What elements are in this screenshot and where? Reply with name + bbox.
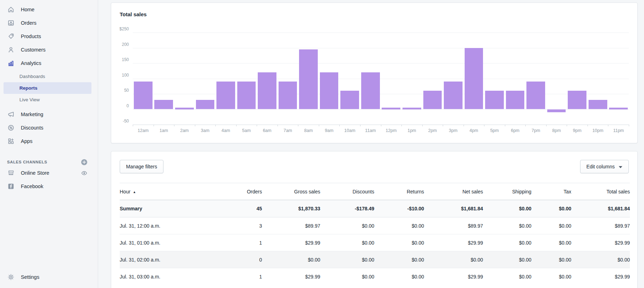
bar-12pm[interactable]: [382, 108, 400, 109]
bar-3pm[interactable]: [444, 82, 463, 109]
column-header-label: Discounts: [353, 189, 374, 194]
column-header-orders[interactable]: Orders: [233, 183, 262, 200]
axis-tick: [215, 125, 216, 126]
column-header-net-sales[interactable]: Net sales: [424, 183, 483, 200]
bar-10pm[interactable]: [589, 100, 607, 109]
x-tick-label: 4am: [215, 128, 236, 134]
column-header-shipping[interactable]: Shipping: [483, 183, 531, 200]
sidebar-item-reports[interactable]: Reports: [4, 82, 91, 94]
bar-7pm[interactable]: [526, 82, 545, 109]
chart-x-labels: 12am1am2am3am4am5am6am7am8am9am10am11am1…: [133, 128, 629, 134]
table-cell: Summary: [120, 200, 233, 217]
sidebar-item-facebook[interactable]: Facebook: [0, 180, 98, 193]
summary-row: Summary45$1,870.33-$178.49-$10.00$1,681.…: [120, 200, 630, 217]
y-tick-label: $250: [115, 26, 129, 31]
x-tick-label: 3am: [195, 128, 216, 134]
sidebar-item-online-store[interactable]: Online Store: [0, 166, 98, 180]
sidebar-item-products[interactable]: Products: [0, 30, 98, 43]
apps-icon: [7, 137, 15, 145]
table-cell: Jul. 31, 01:00 a.m.: [120, 234, 233, 251]
bar-3am[interactable]: [196, 100, 215, 109]
bar-7am[interactable]: [279, 82, 297, 109]
gridline-200: [133, 48, 629, 48]
bar-12am[interactable]: [134, 82, 153, 109]
sidebar-item-marketing[interactable]: Marketing: [0, 108, 98, 121]
column-header-total-sales[interactable]: Total sales: [571, 183, 630, 200]
bar-4am[interactable]: [216, 82, 235, 109]
bar-6pm[interactable]: [506, 91, 525, 109]
bar-5am[interactable]: [237, 82, 256, 109]
bar-1am[interactable]: [154, 100, 173, 109]
gridline-250: [133, 32, 629, 33]
table-cell: $29.99: [571, 234, 630, 251]
x-tick-label: 1pm: [401, 128, 422, 134]
sidebar-item-customers[interactable]: Customers: [0, 43, 98, 56]
view-online-store-button[interactable]: [81, 170, 88, 176]
sidebar-item-live-view[interactable]: Live View: [4, 94, 91, 106]
bar-9am[interactable]: [320, 72, 339, 109]
sort-ascending-icon: ▲: [133, 190, 136, 194]
bar-8am[interactable]: [299, 49, 318, 109]
x-tick-label: 11am: [360, 128, 381, 134]
sidebar-item-apps[interactable]: Apps: [0, 134, 98, 148]
table-cell: $0.00: [320, 234, 374, 251]
column-header-gross-sales[interactable]: Gross sales: [262, 183, 320, 200]
column-header-label: Orders: [247, 189, 262, 194]
bar-11pm[interactable]: [609, 108, 628, 109]
table-cell: $0.00: [262, 251, 320, 268]
manage-filters-button[interactable]: Manage filters: [120, 160, 163, 173]
bar-5pm[interactable]: [485, 91, 504, 109]
table-cell: $0.00: [320, 268, 374, 285]
bar-2pm[interactable]: [423, 91, 442, 109]
sidebar-item-home[interactable]: Home: [0, 3, 98, 16]
sidebar-item-dashboards[interactable]: Dashboards: [4, 71, 91, 82]
axis-tick: [339, 125, 340, 126]
column-header-discounts[interactable]: Discounts: [320, 183, 374, 200]
table-row: Jul. 31, 01:00 a.m.1$29.99$0.00$0.00$29.…: [120, 234, 630, 251]
edit-columns-button[interactable]: Edit columns: [580, 160, 629, 173]
bar-2am[interactable]: [175, 108, 194, 109]
column-header-label: Shipping: [512, 189, 532, 194]
sidebar-item-orders[interactable]: Orders: [0, 16, 98, 30]
analytics-icon: [7, 59, 15, 67]
axis-tick: [464, 125, 464, 126]
bar-9pm[interactable]: [568, 91, 586, 109]
bar-1pm[interactable]: [402, 108, 421, 109]
column-header-tax[interactable]: Tax: [531, 183, 571, 200]
table-cell: $0.00: [531, 200, 571, 217]
x-tick-label: 3pm: [443, 128, 464, 134]
x-tick-label: 12pm: [381, 128, 402, 134]
discounts-icon: [7, 124, 15, 132]
table-cell: Jul. 31, 03:00 a.m.: [120, 268, 233, 285]
subnav-item-label: Live View: [19, 97, 40, 102]
bar-4pm[interactable]: [465, 48, 483, 109]
table-cell: $0.00: [531, 217, 571, 234]
table-cell: $0.00: [571, 251, 630, 268]
y-tick-label: 50: [115, 88, 129, 93]
x-tick-label: 9pm: [567, 128, 588, 134]
settings-label: Settings: [21, 274, 39, 280]
table-cell: $29.99: [424, 234, 483, 251]
gridline-100: [133, 79, 629, 79]
sidebar-item-discounts[interactable]: Discounts: [0, 121, 98, 134]
bar-6am[interactable]: [258, 72, 276, 109]
gridline-150: [133, 63, 629, 64]
axis-tick: [154, 125, 154, 126]
sales-channels-label: SALES CHANNELS: [7, 160, 47, 164]
table-header-row: Hour▲ Orders Gross sales Discounts Retur…: [120, 183, 630, 200]
column-header-hour[interactable]: Hour▲: [120, 183, 233, 200]
sidebar-item-settings[interactable]: Settings: [0, 270, 98, 284]
sidebar-item-analytics[interactable]: Analytics: [0, 56, 98, 70]
bar-10am[interactable]: [340, 91, 359, 109]
bar-8pm[interactable]: [547, 109, 566, 113]
axis-tick: [401, 125, 402, 126]
sidebar-item-label: Apps: [21, 138, 32, 144]
add-sales-channel-button[interactable]: [81, 159, 88, 166]
edit-columns-label: Edit columns: [586, 164, 615, 169]
table-cell: Jul. 31, 02:00 a.m.: [120, 251, 233, 268]
bar-11am[interactable]: [361, 72, 380, 109]
x-tick-label: 6am: [257, 128, 278, 134]
customers-icon: [7, 46, 15, 54]
axis-tick: [174, 125, 174, 126]
column-header-returns[interactable]: Returns: [374, 183, 424, 200]
